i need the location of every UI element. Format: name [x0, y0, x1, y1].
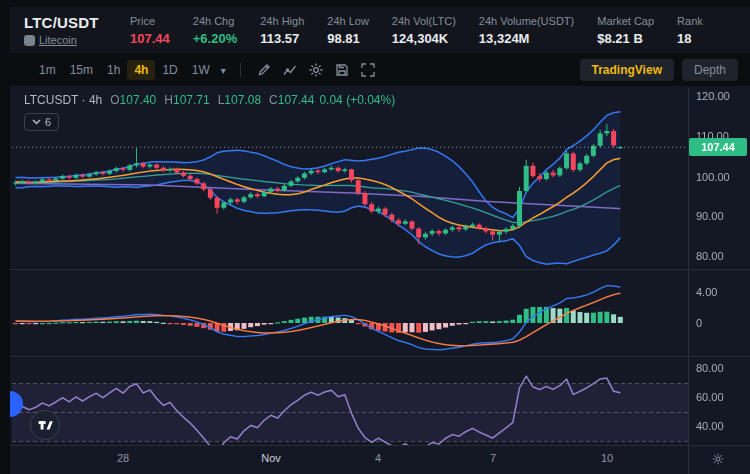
interval-1m[interactable]: 1m [32, 60, 63, 80]
price-axis-label: 80.00 [696, 250, 724, 263]
rsi-axis-label: 60.00 [696, 391, 724, 404]
interval-4h[interactable]: 4h [127, 60, 155, 80]
indicator-legend-toggle[interactable]: 6 [24, 113, 59, 131]
price-chart-canvas[interactable] [12, 88, 688, 446]
panel-separator [10, 356, 750, 357]
market-stats: Price 107.44 24h Chg +6.20% 24h High 113… [130, 15, 703, 46]
stat-market-cap: Market Cap $8.21 B [597, 15, 654, 46]
interval-15m[interactable]: 15m [63, 60, 100, 80]
floppy-icon [334, 62, 350, 78]
time-label: 7 [490, 452, 496, 464]
price-axis-label: 100.00 [696, 171, 730, 184]
expand-icon [360, 62, 376, 78]
gear-icon [308, 62, 324, 78]
chart-widget: LTCUSDT · 4h O107.40 H107.71 L107.08 C10… [10, 86, 750, 474]
interval-1d[interactable]: 1D [155, 60, 184, 80]
stat-rank: Rank 18 [677, 15, 703, 46]
tradingview-logo[interactable] [30, 410, 60, 440]
chevron-down-icon [32, 119, 41, 125]
chart-toolbar: 1m 15m 1h 4h 1D 1W ▾ TradingView Depth [10, 56, 750, 84]
macd-axis-label: 4.00 [696, 286, 717, 299]
gear-icon [711, 452, 725, 466]
legend-change: 0.04 (+0.04%) [319, 93, 395, 107]
legend-open: 107.40 [120, 93, 157, 107]
coin-link[interactable]: Litecoin [39, 34, 77, 46]
time-label: Nov [261, 452, 281, 464]
stat-price: Price 107.44 [130, 15, 170, 46]
chart-legend: LTCUSDT · 4h O107.40 H107.71 L107.08 C10… [24, 93, 395, 107]
interval-1w[interactable]: 1W [185, 60, 217, 80]
macd-axis-label: 0 [696, 317, 702, 330]
time-axis-separator [10, 445, 750, 446]
panel-separator [10, 269, 750, 270]
indicators-button[interactable] [277, 60, 303, 80]
rsi-axis-label: 40.00 [696, 420, 724, 433]
price-axis-label: 90.00 [696, 210, 724, 223]
price-axis-label: 120.00 [696, 90, 730, 103]
save-button[interactable] [329, 60, 355, 80]
market-header: LTC/USDT Litecoin Price 107.44 24h Chg +… [10, 7, 750, 53]
legend-high: 107.71 [173, 93, 210, 107]
axis-settings-button[interactable] [709, 450, 727, 468]
chevron-down-icon[interactable]: ▾ [217, 65, 230, 76]
settings-button[interactable] [303, 60, 329, 80]
pencil-icon [256, 62, 272, 78]
fullscreen-button[interactable] [355, 60, 381, 80]
stat-24h-low: 24h Low 98.81 [327, 15, 369, 46]
stat-24h-high: 24h High 113.57 [260, 15, 304, 46]
legend-low: 107.08 [224, 93, 261, 107]
rsi-axis-label: 80.00 [696, 362, 724, 375]
symbol-block: LTC/USDT Litecoin [24, 14, 110, 46]
coin-icon [24, 35, 35, 46]
last-price-badge: 107.44 [689, 138, 747, 156]
time-label: 28 [117, 452, 129, 464]
stat-24h-chg: 24h Chg +6.20% [193, 15, 237, 46]
stat-24h-vol-ltc: 24h Vol(LTC) 124,304K [392, 15, 456, 46]
tradingview-icon [36, 416, 54, 434]
tradingview-tab[interactable]: TradingView [580, 59, 674, 81]
stat-24h-vol-usdt: 24h Volume(USDT) 13,324M [479, 15, 574, 46]
toolbar-divider [240, 63, 241, 77]
draw-tool-button[interactable] [251, 60, 277, 80]
time-label: 4 [375, 452, 381, 464]
legend-title: LTCUSDT · 4h [24, 93, 102, 107]
interval-1h[interactable]: 1h [100, 60, 127, 80]
depth-tab[interactable]: Depth [682, 59, 738, 81]
symbol-title: LTC/USDT [24, 14, 110, 31]
time-label: 10 [601, 452, 613, 464]
line-chart-icon [282, 62, 298, 78]
trading-app: LTC/USDT Litecoin Price 107.44 24h Chg +… [0, 0, 750, 474]
legend-close: 107.44 [278, 93, 315, 107]
